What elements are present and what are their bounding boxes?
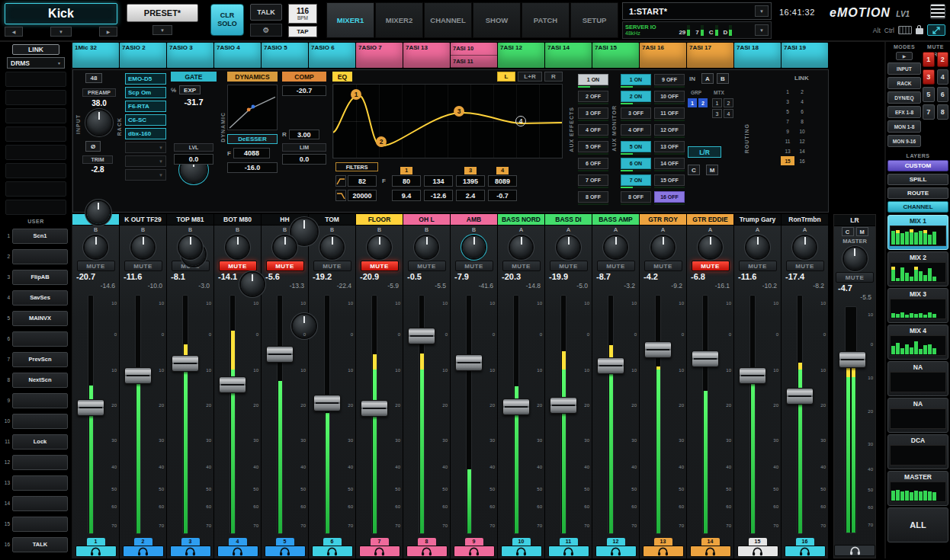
- lpf-freq-value[interactable]: 20000: [348, 190, 377, 201]
- eq-band-badge-4[interactable]: 4: [515, 116, 526, 126]
- fader-handle[interactable]: [597, 357, 624, 374]
- eq-band-tab-4[interactable]: 4: [496, 167, 509, 174]
- eq-graph[interactable]: 1234: [332, 84, 563, 158]
- headphones-cue-button[interactable]: [690, 546, 731, 557]
- mix-button-na[interactable]: NA: [887, 361, 948, 396]
- eq-band-4-freq[interactable]: 8089: [488, 175, 517, 187]
- master-balance-knob[interactable]: [844, 248, 866, 270]
- master-fader-handle[interactable]: [839, 351, 866, 368]
- user-slot-button[interactable]: [12, 496, 68, 511]
- headphones-cue-button[interactable]: [548, 546, 589, 557]
- bank-channel-11[interactable]: 7ASI 14: [545, 43, 592, 68]
- fader-handle[interactable]: [455, 354, 483, 371]
- user-slot-button[interactable]: [12, 249, 68, 264]
- eq-band-3-freq[interactable]: 1395: [456, 175, 485, 187]
- mute-button[interactable]: MUTE: [739, 261, 777, 271]
- lpf-slope-icon[interactable]: [335, 190, 346, 201]
- headphones-cue-button[interactable]: [785, 546, 826, 557]
- aux-send-1-on[interactable]: 1 ON: [621, 74, 651, 85]
- rack-slot-8[interactable]: ▼: [125, 169, 166, 181]
- layer-custom-button[interactable]: CUSTOM: [887, 160, 948, 171]
- routing-number-2[interactable]: 2: [795, 87, 809, 96]
- prev-channel-button[interactable]: ◀: [5, 27, 23, 37]
- fader-handle[interactable]: [266, 346, 294, 363]
- fader-handle[interactable]: [408, 328, 435, 344]
- preset-button[interactable]: PRESET*: [127, 4, 198, 22]
- bank-channel-10[interactable]: 7ASI 12: [498, 43, 544, 68]
- fader-handle[interactable]: [739, 367, 766, 384]
- bank-channel-12[interactable]: 7ASI 15: [592, 43, 639, 68]
- mute-group-4[interactable]: 4: [937, 69, 949, 85]
- mono-routing-button[interactable]: M: [706, 165, 718, 175]
- routing-number-7[interactable]: 7: [781, 117, 794, 126]
- route-button[interactable]: ROUTE: [887, 187, 948, 199]
- mute-button[interactable]: MUTE: [408, 261, 446, 271]
- fader-handle[interactable]: [550, 397, 577, 414]
- talk-settings-button[interactable]: ⚙: [250, 24, 282, 37]
- channel-nameplate[interactable]: RonTrmbn: [782, 214, 828, 226]
- routing-number-13[interactable]: 13: [781, 146, 794, 155]
- mute-button[interactable]: MUTE: [266, 261, 304, 271]
- eq-band-badge-2[interactable]: 2: [376, 136, 387, 147]
- bank-channel-16[interactable]: 7ASI 19: [782, 43, 828, 68]
- routing-number-8[interactable]: 8: [795, 117, 809, 126]
- bpm-display[interactable]: 116 BPM: [288, 4, 317, 24]
- headphones-cue-button[interactable]: [737, 546, 778, 557]
- mute-button[interactable]: MUTE: [786, 261, 824, 271]
- aux-send-5-off[interactable]: 5 OFF: [578, 141, 608, 152]
- mute-button[interactable]: MUTE: [361, 261, 399, 271]
- mode-mon916[interactable]: MON 9-16: [887, 135, 921, 147]
- eq-band-1-freq[interactable]: 80: [392, 175, 421, 187]
- user-slot-button[interactable]: [12, 331, 68, 347]
- aux-send-6-on[interactable]: 6 ON: [621, 158, 651, 169]
- channel-nameplate[interactable]: TOM: [309, 214, 355, 226]
- pan-knob[interactable]: [226, 236, 249, 258]
- headphones-cue-button[interactable]: [595, 546, 637, 557]
- mute-button[interactable]: MUTE: [124, 261, 162, 271]
- bank-channel-13[interactable]: 7ASI 16: [640, 43, 686, 68]
- channel-nameplate[interactable]: TOP M81: [167, 214, 213, 226]
- mode-mon18[interactable]: MON 1-8: [887, 120, 921, 133]
- channel-nameplate[interactable]: BASS AMP: [592, 214, 639, 226]
- bank-channel-4[interactable]: 7ASIO 4: [214, 43, 261, 68]
- eq-band-3-gain[interactable]: 2.4: [456, 190, 485, 201]
- aux-send-7-off[interactable]: 7 OFF: [578, 174, 608, 186]
- bank-channel-6[interactable]: 7ASIO 6: [309, 43, 355, 68]
- aux-send-13-off[interactable]: 13 OFF: [654, 141, 685, 152]
- hpf-freq-value[interactable]: 82: [348, 175, 377, 187]
- user-slot-button[interactable]: [12, 517, 68, 532]
- matrix-assign-2[interactable]: 2: [724, 98, 733, 107]
- master-mono-button[interactable]: M: [856, 227, 868, 236]
- pan-knob[interactable]: [132, 236, 154, 258]
- rack-slot-3[interactable]: F6-RTA: [125, 101, 166, 112]
- aux-send-4-off[interactable]: 4 OFF: [578, 124, 608, 136]
- bank-channel-8[interactable]: 7ASI 13: [403, 43, 450, 68]
- user-slot-button[interactable]: [12, 414, 68, 429]
- keyboard-icon[interactable]: [898, 26, 912, 34]
- pan-knob[interactable]: [274, 236, 296, 258]
- user-slot-button[interactable]: FlipAB: [12, 270, 68, 285]
- pan-knob[interactable]: [699, 236, 721, 258]
- channel-view-button[interactable]: CHANNEL: [887, 201, 948, 213]
- mute-group-5[interactable]: 5: [923, 87, 935, 102]
- bank-channel-7[interactable]: 7ASIO 7: [356, 43, 403, 68]
- eq-mode-right[interactable]: R: [544, 72, 563, 82]
- mix-button-mix-1[interactable]: MIX 1: [887, 215, 948, 250]
- rack-slot-6[interactable]: ▼: [125, 142, 166, 153]
- chevron-down-icon[interactable]: ▼: [755, 5, 769, 17]
- spill-button[interactable]: SPILL: [887, 174, 948, 185]
- channel-nameplate[interactable]: FLOOR: [356, 214, 403, 226]
- user-slot-button[interactable]: SavSes: [12, 290, 68, 306]
- eq-band-2-gain[interactable]: -12.6: [424, 190, 453, 201]
- matrix-assign-3[interactable]: 3: [712, 109, 722, 118]
- routing-number-10[interactable]: 10: [795, 126, 809, 136]
- bank-channel-5[interactable]: 7ASIO 5: [262, 43, 308, 68]
- mute-group-1[interactable]: 1: [923, 52, 935, 67]
- routing-number-5[interactable]: 5: [781, 107, 794, 116]
- rack-slot-7[interactable]: ▼: [125, 155, 166, 167]
- fader-handle[interactable]: [172, 355, 199, 372]
- pan-knob[interactable]: [652, 236, 674, 258]
- aux-send-9-off[interactable]: 9 OFF: [654, 74, 685, 85]
- fader-handle[interactable]: [786, 388, 814, 405]
- device-b-button[interactable]: B: [717, 73, 729, 84]
